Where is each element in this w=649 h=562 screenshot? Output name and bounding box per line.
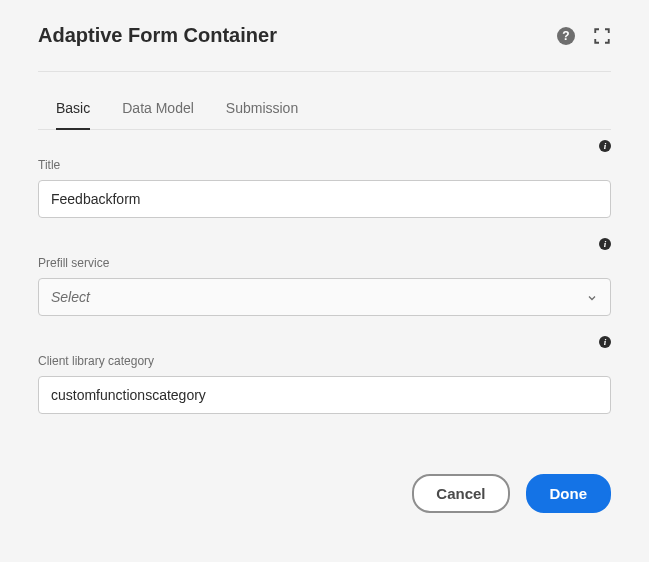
clientlib-label: Client library category bbox=[38, 354, 611, 368]
tabs: Basic Data Model Submission bbox=[38, 100, 611, 130]
title-label: Title bbox=[38, 158, 611, 172]
prefill-select-value: Select bbox=[51, 289, 90, 305]
tab-submission[interactable]: Submission bbox=[226, 100, 298, 130]
cancel-button[interactable]: Cancel bbox=[412, 474, 509, 513]
tab-data-model[interactable]: Data Model bbox=[122, 100, 194, 130]
prefill-select[interactable]: Select bbox=[38, 278, 611, 316]
prefill-label: Prefill service bbox=[38, 256, 611, 270]
clientlib-input[interactable] bbox=[38, 376, 611, 414]
header-icons: ? bbox=[557, 27, 611, 45]
info-icon[interactable]: i bbox=[599, 238, 611, 250]
chevron-down-icon bbox=[586, 291, 598, 303]
field-group-title: i Title bbox=[38, 140, 611, 218]
field-group-prefill: i Prefill service Select bbox=[38, 238, 611, 316]
title-input[interactable] bbox=[38, 180, 611, 218]
dialog-footer: Cancel Done bbox=[38, 474, 611, 513]
info-icon[interactable]: i bbox=[599, 140, 611, 152]
help-icon[interactable]: ? bbox=[557, 27, 575, 45]
dialog-title: Adaptive Form Container bbox=[38, 24, 277, 47]
info-icon[interactable]: i bbox=[599, 336, 611, 348]
fullscreen-icon[interactable] bbox=[593, 27, 611, 45]
tab-basic[interactable]: Basic bbox=[56, 100, 90, 130]
dialog-header: Adaptive Form Container ? bbox=[38, 24, 611, 72]
field-group-clientlib: i Client library category bbox=[38, 336, 611, 414]
done-button[interactable]: Done bbox=[526, 474, 612, 513]
